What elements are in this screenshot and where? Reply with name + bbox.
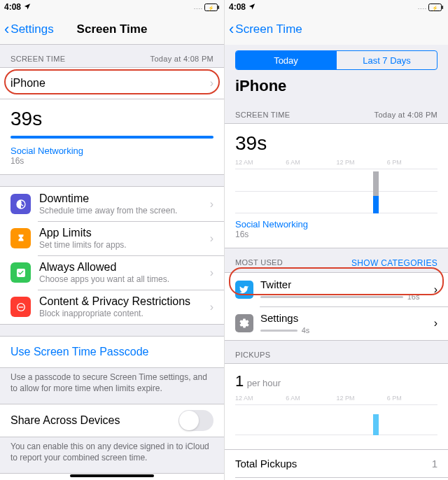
usage-summary: 39s Social Networking 16s <box>0 99 224 175</box>
nav-bar: ‹ Screen Time <box>225 14 448 45</box>
category-label: Social Networking <box>235 219 438 230</box>
option-title: Downtime <box>39 192 177 205</box>
device-row[interactable]: iPhone › <box>0 68 224 99</box>
option-title: Content & Privacy Restrictions <box>39 295 190 308</box>
option-title: Always Allowed <box>39 261 169 274</box>
usage-bar <box>10 136 214 139</box>
status-time: 4:08 <box>229 2 246 12</box>
status-bar: 4:08 .... ⚡ <box>225 0 448 14</box>
svg-text:⚡: ⚡ <box>208 4 214 10</box>
no-entry-icon <box>10 297 31 317</box>
seg-today[interactable]: Today <box>236 51 336 69</box>
usage-bar <box>260 296 403 298</box>
option-sub: Set time limits for apps. <box>39 240 127 250</box>
chart-bar-4pm <box>373 171 379 213</box>
chart-hour-label: 6 AM <box>286 395 336 402</box>
show-categories-link[interactable]: SHOW CATEGORIES <box>351 258 438 268</box>
svg-text:⚡: ⚡ <box>432 4 438 10</box>
chart-hour-label: 12 AM <box>235 395 286 402</box>
chevron-right-icon: › <box>210 267 214 279</box>
nav-bar: ‹ Settings Screen Time <box>0 14 224 45</box>
chart-hour-label: 6 AM <box>286 159 336 166</box>
app-name: Settings <box>260 312 428 324</box>
chart-hour-label: 12 PM <box>337 395 387 402</box>
section-header-pickups: PICKUPS <box>225 341 448 363</box>
status-bar: 4:08 .... ⚡ <box>0 0 224 14</box>
row-value: 1 <box>432 458 438 470</box>
option-downtime[interactable]: DowntimeSchedule time away from the scre… <box>0 187 224 221</box>
mostused-row-settings[interactable]: Settings 4s › <box>225 306 448 340</box>
device-title: iPhone <box>225 77 448 101</box>
chevron-right-icon: › <box>210 198 214 211</box>
most-pickups-row[interactable]: Most Pickups 1 between 4 PM – 5 PM <box>225 477 448 480</box>
svg-rect-6 <box>18 306 23 307</box>
home-indicator[interactable] <box>70 474 154 477</box>
svg-rect-1 <box>218 6 220 9</box>
chart-bar-4pm <box>373 414 379 435</box>
phone-right: 4:08 .... ⚡ ‹ Screen Time Today Last 7 D… <box>224 0 448 480</box>
section-label: MOST USED <box>235 258 283 268</box>
chart-hour-label: 6 PM <box>387 159 438 166</box>
pickups-chart: 12 AM 6 AM 12 PM 6 PM <box>235 395 438 435</box>
passcode-footer: Use a passcode to secure Screen Time set… <box>0 368 224 404</box>
option-content[interactable]: Content & Privacy RestrictionsBlock inap… <box>0 290 224 324</box>
chevron-right-icon: › <box>434 283 438 296</box>
section-timestamp: Today at 4:08 PM <box>374 111 438 119</box>
hourglass-icon <box>10 228 31 248</box>
option-always[interactable]: Always AllowedChoose apps you want at al… <box>0 255 224 290</box>
chevron-right-icon: › <box>210 232 214 245</box>
section-header-screentime: SCREEN TIME Today at 4:08 PM <box>225 101 448 123</box>
category-time: 16s <box>235 230 438 239</box>
hourly-chart: 12 AM 6 AM 12 PM 6 PM <box>235 159 438 213</box>
chart-hour-label: 12 PM <box>337 159 387 166</box>
pickups-block: 1 per hour 12 AM 6 AM 12 PM 6 PM <box>225 363 448 450</box>
chevron-left-icon: ‹ <box>229 22 234 37</box>
twitter-icon <box>235 281 253 299</box>
passcode-link[interactable]: Use Screen Time Passcode <box>0 337 224 367</box>
pickup-rate-unit: per hour <box>247 378 281 388</box>
battery-icon: ⚡ <box>204 3 220 11</box>
total-time: 39s <box>10 108 214 130</box>
pickup-rate-num: 1 <box>235 372 244 390</box>
category-label: Social Networking <box>10 146 214 156</box>
total-pickups-row[interactable]: Total Pickups 1 <box>225 450 448 477</box>
signal-dots: .... <box>418 4 427 10</box>
chevron-right-icon: › <box>434 317 438 330</box>
app-time: 4s <box>302 326 310 334</box>
option-applimits[interactable]: App LimitsSet time limits for apps. › <box>0 221 224 255</box>
segmented-control[interactable]: Today Last 7 Days <box>235 50 438 70</box>
mostused-row-twitter[interactable]: Twitter 16s › <box>225 273 448 306</box>
section-timestamp: Today at 4:08 PM <box>150 55 214 63</box>
section-label: PICKUPS <box>235 351 270 359</box>
category-time: 16s <box>10 156 214 166</box>
app-time: 16s <box>407 292 420 301</box>
share-footer: You can enable this on any device signed… <box>0 437 224 473</box>
section-header-screentime: SCREEN TIME Today at 4:08 PM <box>0 45 224 67</box>
option-title: App Limits <box>39 227 127 239</box>
downtime-icon <box>10 194 31 214</box>
chart-hour-label: 12 AM <box>235 159 286 166</box>
device-name: iPhone <box>10 77 46 90</box>
section-header-mostused: MOST USED SHOW CATEGORIES <box>225 248 448 272</box>
svg-rect-8 <box>442 6 444 9</box>
battery-icon: ⚡ <box>428 3 444 11</box>
chart-hour-label: 6 PM <box>387 395 438 402</box>
option-sub: Choose apps you want at all times. <box>39 274 169 284</box>
check-icon <box>10 262 31 283</box>
share-label: Share Across Devices <box>10 414 120 427</box>
share-toggle[interactable] <box>178 410 214 431</box>
signal-dots: .... <box>194 4 203 10</box>
seg-last7[interactable]: Last 7 Days <box>336 51 437 69</box>
option-sub: Schedule time away from the screen. <box>39 206 177 216</box>
share-devices-row[interactable]: Share Across Devices <box>0 404 224 437</box>
chevron-left-icon: ‹ <box>4 22 9 37</box>
section-label: SCREEN TIME <box>10 55 65 63</box>
back-label: Screen Time <box>235 22 302 36</box>
back-button[interactable]: ‹ Screen Time <box>225 22 302 37</box>
section-label: SCREEN TIME <box>235 111 290 119</box>
usage-detail: 39s 12 AM 6 AM 12 PM 6 PM Social Network… <box>225 123 448 248</box>
back-button[interactable]: ‹ Settings <box>0 22 54 37</box>
chevron-right-icon: › <box>210 301 214 313</box>
location-icon <box>248 2 255 12</box>
row-label: Total Pickups <box>235 458 297 470</box>
